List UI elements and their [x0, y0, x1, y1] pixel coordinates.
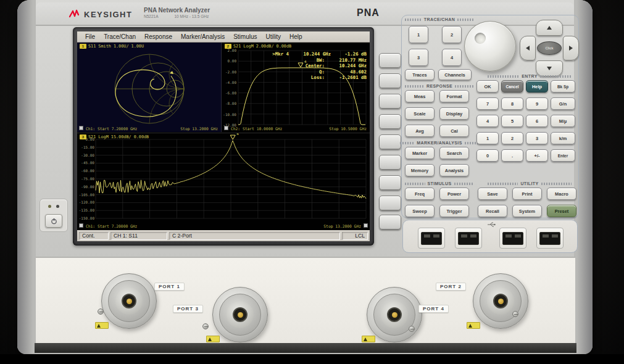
arrow-right-key[interactable]: [563, 36, 579, 60]
softkey-9[interactable]: [379, 215, 401, 230]
tracechan-4-key[interactable]: 4: [442, 49, 462, 66]
arrow-left-key[interactable]: [520, 36, 536, 60]
power-module: [40, 199, 68, 232]
warning-sticker: [206, 336, 220, 342]
search-button[interactable]: Search: [439, 147, 469, 159]
enter-key[interactable]: Enter: [551, 149, 575, 162]
warning-sticker: [362, 336, 375, 342]
freq-button[interactable]: Freq: [405, 188, 435, 200]
marker-analysis-buttons: MarkerSearchMemoryAnalysis: [405, 147, 469, 176]
key-0[interactable]: 0: [476, 149, 499, 162]
key-5[interactable]: 5: [501, 115, 523, 127]
key-2[interactable]: 2: [501, 132, 523, 144]
response-buttons: MeasFormatScaleDisplayAvgCal: [405, 90, 469, 137]
key-plus-minus[interactable]: +/-: [526, 149, 548, 162]
tracechan-3-key[interactable]: 3: [409, 49, 428, 66]
cal-button[interactable]: Cal: [439, 125, 469, 137]
backspace-key[interactable]: Bk Sp: [551, 80, 575, 93]
loss-value: -1.2601 dB: [328, 75, 367, 81]
recall-button[interactable]: Recall: [478, 205, 507, 217]
key-1[interactable]: 1: [476, 132, 499, 144]
port-1-label: PORT 1: [154, 283, 185, 291]
tracechan-2-key[interactable]: 2: [442, 26, 462, 43]
menu-item[interactable]: Trace/Chan: [99, 33, 140, 40]
warning-sticker: [467, 322, 480, 329]
memory-button[interactable]: Memory: [405, 164, 435, 176]
print-button[interactable]: Print: [512, 188, 542, 200]
wideband-plot: 4: [77, 133, 370, 230]
menu-item[interactable]: Stimulus: [229, 33, 261, 40]
marker-button[interactable]: Marker: [405, 147, 435, 159]
rotary-knob[interactable]: [464, 21, 516, 72]
meas-button[interactable]: Meas: [405, 90, 435, 102]
menu-item[interactable]: Help: [285, 33, 307, 40]
stimulus-section: STIMULUS: [405, 181, 474, 186]
smith-chart-pane[interactable]: 1 S11 Smith 1.00U/ 1.00U: [77, 43, 222, 132]
wideband-pane[interactable]: 3 S21 LogM 15.00dB/ 0.00dB 0.00-15.00-30…: [77, 133, 370, 230]
trace-chan-section: TRACE/CHAN: [405, 17, 474, 22]
softkey-2[interactable]: [379, 73, 401, 88]
channels-button[interactable]: Channels: [438, 69, 472, 80]
key-decimal[interactable]: .: [501, 149, 523, 162]
window-icon[interactable]: [364, 223, 368, 228]
screw: [409, 326, 415, 332]
analysis-button[interactable]: Analysis: [439, 164, 469, 176]
port-2-label: PORT 2: [436, 283, 466, 291]
sweep-button[interactable]: Sweep: [405, 205, 435, 217]
lcd-screen: FileTrace/ChanResponseMarker/AnalysisSti…: [77, 31, 370, 241]
power-button[interactable]: Power: [439, 188, 469, 200]
bandpass-pane[interactable]: 2 S21 LogM 2.00dB/ 0.00dB 2.000.00-2.00-…: [222, 43, 370, 132]
traces-button[interactable]: Traces: [405, 69, 435, 80]
softkey-5[interactable]: [379, 134, 401, 149]
softkey-8[interactable]: [379, 196, 401, 210]
key-kilo-milli[interactable]: k/m: [551, 132, 575, 144]
ok-key[interactable]: OK: [476, 80, 499, 93]
usb-port-2: [455, 228, 482, 249]
arrow-up-key[interactable]: [536, 20, 563, 36]
cancel-key[interactable]: Cancel: [501, 80, 523, 93]
tracechan-1-key[interactable]: 1: [409, 26, 428, 43]
marker-frequency: 10.244 GHz: [293, 51, 331, 57]
softkey-6[interactable]: [379, 155, 401, 170]
format-button[interactable]: Format: [439, 90, 469, 102]
key-6[interactable]: 6: [526, 115, 548, 127]
softkey-4[interactable]: [379, 114, 401, 129]
window-icon[interactable]: [79, 223, 83, 228]
window-icon[interactable]: [79, 126, 83, 130]
cal-status: C 2-Port: [169, 232, 340, 240]
avg-button[interactable]: Avg: [405, 125, 435, 137]
frequency-range: 10 MHz - 13.5 GHz: [175, 14, 209, 19]
trigger-button[interactable]: Trigger: [439, 205, 469, 217]
key-3[interactable]: 3: [526, 132, 548, 144]
macro-button[interactable]: Macro: [547, 188, 576, 200]
help-key[interactable]: Help: [526, 80, 548, 93]
softkey-7[interactable]: [379, 175, 401, 190]
power-icon: [51, 218, 57, 225]
y-axis-label: -60.00: [81, 168, 94, 173]
menu-item[interactable]: File: [81, 33, 99, 40]
softkey-1[interactable]: [379, 53, 401, 68]
display-button[interactable]: Display: [439, 107, 469, 120]
click-key[interactable]: Click: [537, 41, 562, 55]
q-value: 48.602: [328, 69, 367, 75]
instrument-photo: KEYSIGHT PNA Network Analyzer N5221A 10 …: [0, 0, 624, 364]
power-button[interactable]: [45, 214, 62, 228]
system-button[interactable]: System: [512, 205, 542, 217]
save-button[interactable]: Save: [478, 188, 507, 200]
preset-button[interactable]: Preset: [547, 205, 576, 217]
menu-item[interactable]: Response: [140, 33, 177, 40]
key-mega-micro[interactable]: M/µ: [551, 115, 575, 127]
scale-button[interactable]: Scale: [405, 107, 435, 120]
bw-label: BW:: [317, 57, 325, 64]
response-section: RESPONSE: [405, 84, 474, 88]
key-giga-nano[interactable]: G/n: [551, 97, 575, 110]
key-4[interactable]: 4: [476, 115, 499, 127]
menu-item[interactable]: Marker/Analysis: [177, 33, 229, 40]
menu-item[interactable]: Utility: [262, 33, 285, 40]
key-9[interactable]: 9: [526, 97, 548, 110]
softkey-3[interactable]: [379, 94, 401, 109]
window-icon[interactable]: [224, 126, 228, 130]
key-8[interactable]: 8: [501, 97, 523, 110]
wideband-title: S21 LogM 15.00dB/ 0.00dB: [88, 134, 149, 139]
key-7[interactable]: 7: [476, 97, 499, 110]
